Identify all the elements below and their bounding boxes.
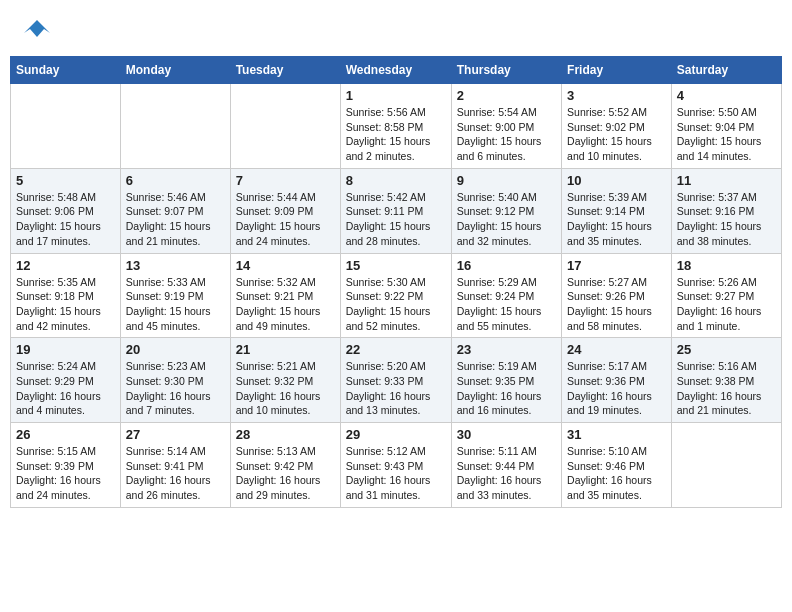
day-content: Sunrise: 5:23 AM Sunset: 9:30 PM Dayligh… <box>126 359 225 418</box>
day-number: 10 <box>567 173 666 188</box>
day-content: Sunrise: 5:11 AM Sunset: 9:44 PM Dayligh… <box>457 444 556 503</box>
calendar-cell: 13Sunrise: 5:33 AM Sunset: 9:19 PM Dayli… <box>120 253 230 338</box>
weekday-header-wednesday: Wednesday <box>340 57 451 84</box>
day-content: Sunrise: 5:21 AM Sunset: 9:32 PM Dayligh… <box>236 359 335 418</box>
day-content: Sunrise: 5:50 AM Sunset: 9:04 PM Dayligh… <box>677 105 776 164</box>
day-number: 23 <box>457 342 556 357</box>
day-content: Sunrise: 5:20 AM Sunset: 9:33 PM Dayligh… <box>346 359 446 418</box>
logo-bird-icon <box>22 15 52 45</box>
day-number: 29 <box>346 427 446 442</box>
calendar-cell: 23Sunrise: 5:19 AM Sunset: 9:35 PM Dayli… <box>451 338 561 423</box>
day-content: Sunrise: 5:33 AM Sunset: 9:19 PM Dayligh… <box>126 275 225 334</box>
calendar-cell: 19Sunrise: 5:24 AM Sunset: 9:29 PM Dayli… <box>11 338 121 423</box>
weekday-header-row: SundayMondayTuesdayWednesdayThursdayFrid… <box>11 57 782 84</box>
day-content: Sunrise: 5:15 AM Sunset: 9:39 PM Dayligh… <box>16 444 115 503</box>
weekday-header-thursday: Thursday <box>451 57 561 84</box>
day-content: Sunrise: 5:19 AM Sunset: 9:35 PM Dayligh… <box>457 359 556 418</box>
calendar-cell <box>120 84 230 169</box>
svg-marker-0 <box>24 20 50 37</box>
calendar-cell: 9Sunrise: 5:40 AM Sunset: 9:12 PM Daylig… <box>451 168 561 253</box>
calendar-cell <box>230 84 340 169</box>
calendar-cell: 14Sunrise: 5:32 AM Sunset: 9:21 PM Dayli… <box>230 253 340 338</box>
day-content: Sunrise: 5:13 AM Sunset: 9:42 PM Dayligh… <box>236 444 335 503</box>
calendar-cell: 25Sunrise: 5:16 AM Sunset: 9:38 PM Dayli… <box>671 338 781 423</box>
calendar-cell: 21Sunrise: 5:21 AM Sunset: 9:32 PM Dayli… <box>230 338 340 423</box>
day-number: 15 <box>346 258 446 273</box>
calendar-week-row-4: 19Sunrise: 5:24 AM Sunset: 9:29 PM Dayli… <box>11 338 782 423</box>
day-number: 4 <box>677 88 776 103</box>
day-number: 9 <box>457 173 556 188</box>
calendar-week-row-1: 1Sunrise: 5:56 AM Sunset: 8:58 PM Daylig… <box>11 84 782 169</box>
calendar-cell: 18Sunrise: 5:26 AM Sunset: 9:27 PM Dayli… <box>671 253 781 338</box>
calendar-cell <box>11 84 121 169</box>
day-number: 26 <box>16 427 115 442</box>
day-content: Sunrise: 5:39 AM Sunset: 9:14 PM Dayligh… <box>567 190 666 249</box>
day-number: 24 <box>567 342 666 357</box>
day-content: Sunrise: 5:17 AM Sunset: 9:36 PM Dayligh… <box>567 359 666 418</box>
calendar-cell: 7Sunrise: 5:44 AM Sunset: 9:09 PM Daylig… <box>230 168 340 253</box>
day-content: Sunrise: 5:12 AM Sunset: 9:43 PM Dayligh… <box>346 444 446 503</box>
calendar-cell: 28Sunrise: 5:13 AM Sunset: 9:42 PM Dayli… <box>230 423 340 508</box>
day-number: 25 <box>677 342 776 357</box>
day-content: Sunrise: 5:44 AM Sunset: 9:09 PM Dayligh… <box>236 190 335 249</box>
calendar-cell: 2Sunrise: 5:54 AM Sunset: 9:00 PM Daylig… <box>451 84 561 169</box>
calendar-cell: 4Sunrise: 5:50 AM Sunset: 9:04 PM Daylig… <box>671 84 781 169</box>
calendar-week-row-5: 26Sunrise: 5:15 AM Sunset: 9:39 PM Dayli… <box>11 423 782 508</box>
calendar-cell: 22Sunrise: 5:20 AM Sunset: 9:33 PM Dayli… <box>340 338 451 423</box>
day-number: 6 <box>126 173 225 188</box>
calendar-cell: 20Sunrise: 5:23 AM Sunset: 9:30 PM Dayli… <box>120 338 230 423</box>
calendar-week-row-3: 12Sunrise: 5:35 AM Sunset: 9:18 PM Dayli… <box>11 253 782 338</box>
day-content: Sunrise: 5:26 AM Sunset: 9:27 PM Dayligh… <box>677 275 776 334</box>
calendar-cell: 15Sunrise: 5:30 AM Sunset: 9:22 PM Dayli… <box>340 253 451 338</box>
day-content: Sunrise: 5:24 AM Sunset: 9:29 PM Dayligh… <box>16 359 115 418</box>
day-content: Sunrise: 5:54 AM Sunset: 9:00 PM Dayligh… <box>457 105 556 164</box>
calendar-cell: 12Sunrise: 5:35 AM Sunset: 9:18 PM Dayli… <box>11 253 121 338</box>
calendar-table: SundayMondayTuesdayWednesdayThursdayFrid… <box>10 56 782 508</box>
calendar-cell: 11Sunrise: 5:37 AM Sunset: 9:16 PM Dayli… <box>671 168 781 253</box>
logo-text <box>20 15 52 45</box>
day-number: 11 <box>677 173 776 188</box>
calendar-cell: 29Sunrise: 5:12 AM Sunset: 9:43 PM Dayli… <box>340 423 451 508</box>
calendar-cell: 3Sunrise: 5:52 AM Sunset: 9:02 PM Daylig… <box>562 84 672 169</box>
calendar-week-row-2: 5Sunrise: 5:48 AM Sunset: 9:06 PM Daylig… <box>11 168 782 253</box>
day-content: Sunrise: 5:37 AM Sunset: 9:16 PM Dayligh… <box>677 190 776 249</box>
day-number: 19 <box>16 342 115 357</box>
calendar-cell: 10Sunrise: 5:39 AM Sunset: 9:14 PM Dayli… <box>562 168 672 253</box>
day-number: 7 <box>236 173 335 188</box>
day-number: 3 <box>567 88 666 103</box>
day-content: Sunrise: 5:10 AM Sunset: 9:46 PM Dayligh… <box>567 444 666 503</box>
day-number: 22 <box>346 342 446 357</box>
day-content: Sunrise: 5:52 AM Sunset: 9:02 PM Dayligh… <box>567 105 666 164</box>
day-content: Sunrise: 5:42 AM Sunset: 9:11 PM Dayligh… <box>346 190 446 249</box>
day-number: 27 <box>126 427 225 442</box>
day-content: Sunrise: 5:56 AM Sunset: 8:58 PM Dayligh… <box>346 105 446 164</box>
calendar-cell: 8Sunrise: 5:42 AM Sunset: 9:11 PM Daylig… <box>340 168 451 253</box>
calendar-cell: 26Sunrise: 5:15 AM Sunset: 9:39 PM Dayli… <box>11 423 121 508</box>
weekday-header-monday: Monday <box>120 57 230 84</box>
calendar-cell: 24Sunrise: 5:17 AM Sunset: 9:36 PM Dayli… <box>562 338 672 423</box>
day-content: Sunrise: 5:32 AM Sunset: 9:21 PM Dayligh… <box>236 275 335 334</box>
logo <box>20 15 52 41</box>
weekday-header-saturday: Saturday <box>671 57 781 84</box>
day-number: 16 <box>457 258 556 273</box>
calendar-cell: 1Sunrise: 5:56 AM Sunset: 8:58 PM Daylig… <box>340 84 451 169</box>
calendar-cell: 27Sunrise: 5:14 AM Sunset: 9:41 PM Dayli… <box>120 423 230 508</box>
day-content: Sunrise: 5:29 AM Sunset: 9:24 PM Dayligh… <box>457 275 556 334</box>
page-header <box>10 10 782 46</box>
day-number: 30 <box>457 427 556 442</box>
day-content: Sunrise: 5:35 AM Sunset: 9:18 PM Dayligh… <box>16 275 115 334</box>
day-number: 28 <box>236 427 335 442</box>
calendar-cell: 31Sunrise: 5:10 AM Sunset: 9:46 PM Dayli… <box>562 423 672 508</box>
weekday-header-sunday: Sunday <box>11 57 121 84</box>
day-number: 17 <box>567 258 666 273</box>
day-number: 8 <box>346 173 446 188</box>
day-content: Sunrise: 5:40 AM Sunset: 9:12 PM Dayligh… <box>457 190 556 249</box>
weekday-header-friday: Friday <box>562 57 672 84</box>
calendar-cell: 6Sunrise: 5:46 AM Sunset: 9:07 PM Daylig… <box>120 168 230 253</box>
calendar-cell: 5Sunrise: 5:48 AM Sunset: 9:06 PM Daylig… <box>11 168 121 253</box>
day-content: Sunrise: 5:14 AM Sunset: 9:41 PM Dayligh… <box>126 444 225 503</box>
day-number: 31 <box>567 427 666 442</box>
calendar-cell: 17Sunrise: 5:27 AM Sunset: 9:26 PM Dayli… <box>562 253 672 338</box>
day-number: 1 <box>346 88 446 103</box>
day-content: Sunrise: 5:27 AM Sunset: 9:26 PM Dayligh… <box>567 275 666 334</box>
